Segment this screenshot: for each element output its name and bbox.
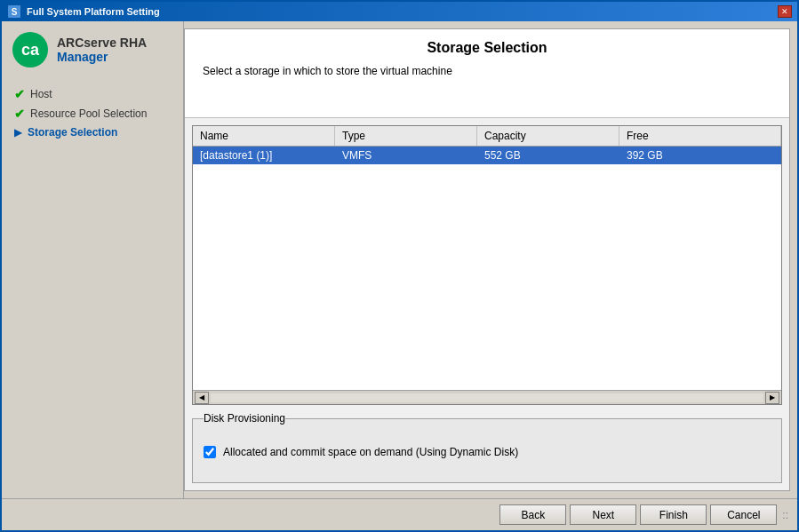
col-header-free: Free bbox=[619, 126, 781, 146]
checkbox-row: Allocated and commit space on demand (Us… bbox=[204, 442, 771, 462]
sidebar: ca ARCserve RHA Manager ✔ Host ✔ Resourc… bbox=[2, 21, 184, 498]
table-row[interactable]: [datastore1 (1)] VMFS 552 GB 392 GB bbox=[193, 147, 781, 164]
window-footer: Back Next Finish Cancel :: bbox=[2, 498, 797, 530]
content-body: Name Type Capacity Free [datastore1 (1)]… bbox=[185, 118, 789, 490]
scroll-track bbox=[211, 393, 763, 402]
col-header-name: Name bbox=[193, 126, 335, 146]
main-window: S Full System Platform Setting ✕ ca ARCs… bbox=[0, 0, 799, 532]
col-header-type: Type bbox=[335, 126, 477, 146]
page-title: Storage Selection bbox=[199, 40, 775, 56]
table-scrollbar[interactable]: ◀ ▶ bbox=[193, 390, 781, 404]
svg-text:ca: ca bbox=[21, 41, 40, 59]
cell-capacity: 552 GB bbox=[477, 147, 619, 164]
window-icon: S bbox=[7, 4, 21, 19]
footer-dots: :: bbox=[780, 509, 790, 521]
title-bar-left: S Full System Platform Setting bbox=[7, 4, 160, 19]
close-button[interactable]: ✕ bbox=[778, 5, 792, 18]
arcserve-sub: Manager bbox=[57, 50, 147, 64]
cell-free: 392 GB bbox=[619, 147, 781, 164]
sidebar-label-host: Host bbox=[30, 88, 52, 100]
cancel-button[interactable]: Cancel bbox=[710, 504, 777, 525]
disk-provisioning-section: Disk Provisioning Allocated and commit s… bbox=[192, 412, 782, 483]
sidebar-label-storage: Storage Selection bbox=[28, 126, 117, 139]
page-description: Select a storage in which to store the v… bbox=[203, 65, 775, 77]
arrow-icon-storage: ▶ bbox=[14, 126, 22, 139]
cell-type: VMFS bbox=[335, 147, 477, 164]
scroll-left-btn[interactable]: ◀ bbox=[195, 392, 209, 404]
dynamic-disk-label: Allocated and commit space on demand (Us… bbox=[223, 446, 518, 458]
content-area: Storage Selection Select a storage in wh… bbox=[184, 28, 790, 491]
ca-logo-icon: ca bbox=[11, 30, 50, 69]
col-header-capacity: Capacity bbox=[477, 126, 619, 146]
finish-button[interactable]: Finish bbox=[640, 504, 707, 525]
window-body: ca ARCserve RHA Manager ✔ Host ✔ Resourc… bbox=[2, 21, 797, 498]
sidebar-logo: ca ARCserve RHA Manager bbox=[11, 30, 174, 69]
table-header: Name Type Capacity Free bbox=[193, 126, 781, 147]
cell-name: [datastore1 (1)] bbox=[193, 147, 335, 164]
window-title: Full System Platform Setting bbox=[27, 6, 160, 17]
sidebar-item-resource-pool[interactable]: ✔ Resource Pool Selection bbox=[11, 105, 174, 123]
sidebar-item-host[interactable]: ✔ Host bbox=[11, 85, 174, 103]
table-body: [datastore1 (1)] VMFS 552 GB 392 GB bbox=[193, 147, 781, 390]
check-icon-host: ✔ bbox=[14, 87, 25, 101]
back-button[interactable]: Back bbox=[499, 504, 566, 525]
next-button[interactable]: Next bbox=[570, 504, 636, 525]
storage-table: Name Type Capacity Free [datastore1 (1)]… bbox=[192, 125, 782, 405]
sidebar-label-resource-pool: Resource Pool Selection bbox=[30, 107, 147, 120]
dynamic-disk-checkbox[interactable] bbox=[204, 446, 216, 458]
scroll-right-btn[interactable]: ▶ bbox=[765, 392, 779, 404]
disk-provisioning-legend: Disk Provisioning bbox=[204, 412, 285, 425]
content-header: Storage Selection Select a storage in wh… bbox=[185, 29, 789, 118]
check-icon-resource-pool: ✔ bbox=[14, 107, 25, 121]
title-bar: S Full System Platform Setting ✕ bbox=[2, 2, 797, 21]
svg-text:S: S bbox=[12, 7, 18, 17]
arcserve-name: ARCserve RHA bbox=[57, 36, 147, 50]
sidebar-item-storage[interactable]: ▶ Storage Selection bbox=[11, 124, 174, 140]
arcserve-branding: ARCserve RHA Manager bbox=[57, 36, 147, 64]
